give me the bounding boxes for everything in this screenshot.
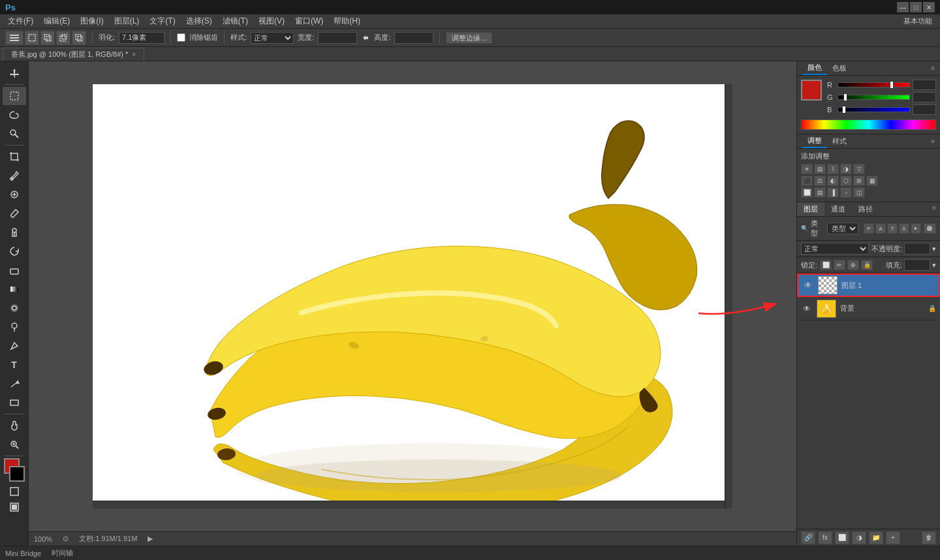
screen-mode[interactable] xyxy=(5,501,24,514)
fill-input[interactable]: 100% xyxy=(904,259,930,271)
width-input[interactable] xyxy=(318,32,357,44)
background-layer-eye[interactable]: 👁 xyxy=(801,303,813,315)
maximize-button[interactable]: □ xyxy=(910,2,922,12)
document-tab[interactable]: 香蕉.jpg @ 100% (图层 1, RGB/8#) * × xyxy=(3,48,144,61)
color-spectrum[interactable] xyxy=(801,119,936,130)
intersect-selection-btn[interactable] xyxy=(72,31,86,45)
new-layer-btn[interactable]: + xyxy=(886,531,900,544)
zoom-tool[interactable] xyxy=(3,435,26,454)
feather-input[interactable] xyxy=(119,32,164,44)
layer-1-eye[interactable]: 👁 xyxy=(802,279,814,291)
blend-mode-select[interactable]: 正常 溶解 变暗 正片叠底 颜色加深 xyxy=(801,243,869,255)
brightness-icon[interactable]: ☀ xyxy=(801,164,813,174)
vertical-scrollbar[interactable] xyxy=(725,84,732,508)
filter-adj-icon[interactable]: A xyxy=(875,223,886,234)
opacity-dropdown[interactable]: ▾ xyxy=(932,245,936,253)
shape-tool[interactable] xyxy=(3,394,26,412)
layer-1-item[interactable]: 👁 图层 1 xyxy=(797,273,940,297)
selectivecolor-icon[interactable]: ◫ xyxy=(853,187,865,198)
menu-help[interactable]: 帮助(H) xyxy=(328,14,366,28)
background-color[interactable] xyxy=(9,466,25,482)
colorbalance-icon[interactable]: ⚖ xyxy=(814,176,826,186)
bw-icon[interactable]: ◐ xyxy=(827,176,839,186)
filter-pixel-icon[interactable]: P xyxy=(864,223,874,234)
threshold-icon[interactable]: ▐ xyxy=(827,187,839,198)
color-swatch-area[interactable] xyxy=(3,458,26,482)
color-preview-swatch[interactable] xyxy=(801,80,822,101)
height-input[interactable] xyxy=(394,32,433,44)
close-button[interactable]: ✕ xyxy=(923,2,935,12)
gradient-tool[interactable] xyxy=(3,280,26,298)
zoom-level[interactable]: 100% xyxy=(34,535,52,543)
new-fill-adj-btn[interactable]: ◑ xyxy=(852,531,866,544)
subtract-selection-btn[interactable] xyxy=(56,31,70,45)
new-group-btn[interactable]: 📁 xyxy=(869,531,883,544)
dodge-tool[interactable] xyxy=(3,318,26,336)
magic-wand-tool[interactable] xyxy=(3,125,26,143)
swatches-tab[interactable]: 色板 xyxy=(827,62,852,74)
menu-select[interactable]: 选择(S) xyxy=(181,14,217,28)
colorlookup-icon[interactable]: ▦ xyxy=(866,176,878,186)
filter-text-icon[interactable]: T xyxy=(887,223,898,234)
clone-stamp-tool[interactable] xyxy=(3,223,26,241)
antialiasing-label[interactable]: 消除锯齿 xyxy=(189,33,218,42)
marquee-tool[interactable] xyxy=(3,87,26,105)
layer-style-btn[interactable]: fx xyxy=(818,531,832,544)
new-selection-btn[interactable] xyxy=(25,31,39,45)
menu-layer[interactable]: 图层(L) xyxy=(109,14,145,28)
minimize-button[interactable]: — xyxy=(897,2,909,12)
color-tab[interactable]: 颜色 xyxy=(802,61,827,75)
menu-image[interactable]: 图像(I) xyxy=(75,14,108,28)
style-select[interactable]: 正常 固定比例 固定大小 xyxy=(251,32,294,44)
refine-edge-button[interactable]: 调整边缘... xyxy=(446,32,492,44)
antialiasing-checkbox[interactable] xyxy=(177,33,185,42)
lock-pixels-icon[interactable]: ⬜ xyxy=(820,260,832,270)
channels-tab-btn[interactable]: 通道 xyxy=(824,202,852,216)
move-tool[interactable] xyxy=(3,64,26,82)
g-slider[interactable] xyxy=(838,95,910,100)
delete-layer-btn[interactable]: 🗑 xyxy=(922,531,936,544)
b-value-input[interactable]: 20 xyxy=(913,104,936,115)
workspace-selector[interactable]: 基本功能 xyxy=(903,16,937,26)
lock-position-icon[interactable]: ⊕ xyxy=(847,260,859,270)
gradientmap-icon[interactable]: ▫ xyxy=(840,187,852,198)
tab-close-btn[interactable]: × xyxy=(132,51,136,58)
adjustments-tab[interactable]: 调整 xyxy=(802,134,827,148)
hand-tool[interactable] xyxy=(3,416,26,435)
r-value-input[interactable]: 193 xyxy=(913,80,936,90)
vibrance-icon[interactable]: ▽ xyxy=(853,164,865,174)
eyedropper-tool[interactable] xyxy=(3,166,26,185)
text-tool[interactable]: T xyxy=(3,356,26,374)
invert-icon[interactable]: ⬜ xyxy=(801,187,813,198)
photofilter-icon[interactable]: ⬡ xyxy=(840,176,852,186)
posterize-icon[interactable]: ▤ xyxy=(814,187,826,198)
horizontal-scrollbar[interactable] xyxy=(93,501,725,508)
layer-mask-btn[interactable]: ⬜ xyxy=(835,531,849,544)
layer-type-filter[interactable]: 类型 名称 效果 模式 属性 颜色 xyxy=(827,223,858,234)
adj-panel-menu[interactable]: ≡ xyxy=(931,138,935,145)
path-selection-tool[interactable] xyxy=(3,375,26,393)
mini-bridge-tab[interactable]: Mini Bridge xyxy=(5,550,41,557)
filter-shape-icon[interactable]: S xyxy=(899,223,909,234)
panel-menu-btn[interactable]: ≡ xyxy=(931,65,935,72)
b-slider[interactable] xyxy=(838,107,910,112)
menu-filter[interactable]: 滤镜(T) xyxy=(217,14,253,28)
add-selection-btn[interactable] xyxy=(40,31,55,45)
filter-smart-icon[interactable]: ✦ xyxy=(911,223,921,234)
background-layer-item[interactable]: 👁 🍌 背景 🔒 xyxy=(797,297,940,320)
layer-link-btn[interactable]: 🔗 xyxy=(801,531,815,544)
menu-edit[interactable]: 编辑(E) xyxy=(39,14,75,28)
fill-dropdown[interactable]: ▾ xyxy=(932,261,936,270)
r-slider[interactable] xyxy=(838,82,910,87)
channelmixer-icon[interactable]: ⊞ xyxy=(853,176,865,186)
lock-all-icon[interactable]: 🔒 xyxy=(861,260,873,270)
main-canvas[interactable] xyxy=(93,84,732,508)
g-value-input[interactable]: 26 xyxy=(913,92,936,102)
swap-icon[interactable] xyxy=(361,33,370,42)
crop-tool[interactable] xyxy=(3,148,26,166)
layers-tab-btn[interactable]: 图层 xyxy=(797,202,824,216)
eraser-tool[interactable] xyxy=(3,261,26,279)
status-arrow[interactable]: ▶ xyxy=(148,535,153,543)
layers-panel-menu[interactable]: ≡ xyxy=(928,202,940,216)
blur-tool[interactable] xyxy=(3,299,26,317)
